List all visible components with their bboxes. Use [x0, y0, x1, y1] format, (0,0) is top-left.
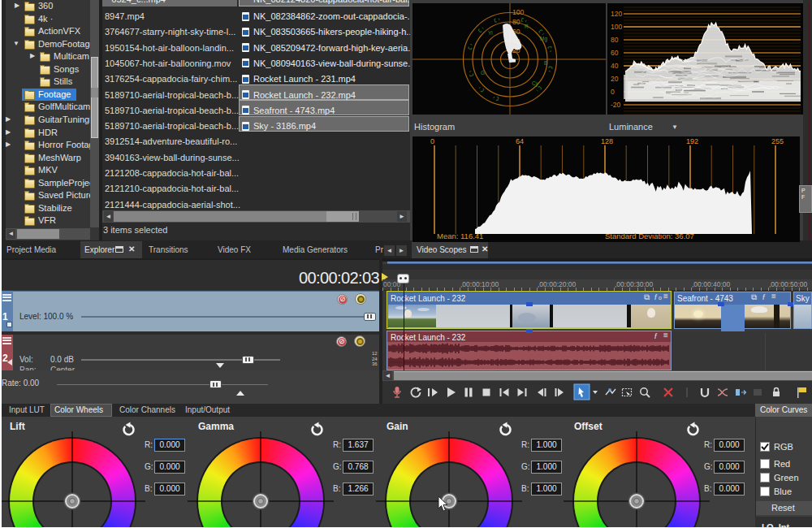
svg-text:64: 64	[516, 137, 524, 145]
svg-text:0: 0	[611, 88, 615, 96]
svg-text:G: G	[481, 70, 485, 76]
svg-text:Mg: Mg	[540, 36, 547, 42]
svg-text:Standard Deviation: 36.07: Standard Deviation: 36.07	[605, 232, 694, 240]
svg-text:128: 128	[601, 137, 613, 145]
svg-text:255: 255	[771, 137, 784, 145]
svg-text:100: 100	[512, 8, 524, 16]
svg-text:Mean: 116.41: Mean: 116.41	[437, 232, 483, 240]
svg-text:0: 0	[430, 137, 434, 145]
svg-text:20: 20	[611, 75, 619, 83]
svg-text:R: R	[525, 24, 529, 29]
svg-text:100: 100	[611, 23, 622, 31]
svg-text:120: 120	[611, 10, 622, 18]
svg-text:B: B	[544, 60, 547, 66]
svg-text:192: 192	[686, 137, 698, 145]
svg-text:80: 80	[512, 18, 520, 26]
svg-text:-20: -20	[611, 101, 621, 109]
svg-text:80: 80	[611, 36, 619, 44]
svg-text:40: 40	[611, 62, 619, 70]
svg-text:Yl: Yl	[488, 30, 493, 36]
svg-text:Cy: Cy	[532, 80, 539, 87]
svg-text:60: 60	[611, 49, 619, 57]
